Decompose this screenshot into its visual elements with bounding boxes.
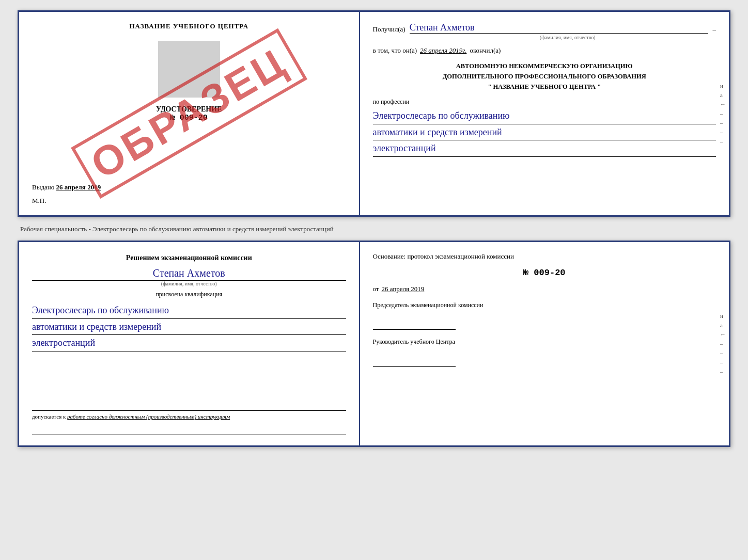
allowed-label: допускается к (32, 413, 66, 420)
basis-date-prefix: от (373, 285, 379, 293)
received-label: Получил(а) (373, 25, 406, 34)
qual-profession-section: Электрослесарь по обслуживанию автоматик… (32, 302, 346, 351)
profession-label: по профессии (373, 98, 716, 106)
qual-assigned: присвоена квалификация (32, 291, 346, 298)
cert-issued: Выдано 26 апреля 2019 (32, 178, 346, 191)
received-section: Получил(а) Степан Ахметов – (фамилия, им… (373, 22, 716, 40)
profession-line2: автоматики и средств измерений (373, 124, 716, 141)
right-edge-letters-bottom: и а ← – – – – (720, 313, 726, 375)
qual-profession1: Электрослесарь по обслуживанию (32, 302, 346, 319)
qual-heading: Решением экзаменационной комиссии (32, 252, 346, 263)
profession-line3: электростанций (373, 140, 716, 157)
fio-sublabel-top: (фамилия, имя, отчество) (419, 35, 716, 40)
qual-name: Степан Ахметов (32, 267, 346, 281)
in-that-date: 26 апреля 2019г. (420, 46, 466, 55)
org-line3: " НАЗВАНИЕ УЧЕБНОГО ЦЕНТРА " (373, 82, 716, 92)
issued-label: Выдано (32, 183, 54, 191)
cert-title-top: НАЗВАНИЕ УЧЕБНОГО ЦЕНТРА (32, 22, 346, 30)
cert-subtitle: УДОСТОВЕРЕНИЕ (32, 105, 346, 114)
qual-profession3: электростанций (32, 335, 346, 351)
basis-label: Основание: протокол экзаменационной коми… (373, 252, 716, 261)
basis-date: 26 апреля 2019 (382, 285, 425, 293)
cert-left: НАЗВАНИЕ УЧЕБНОГО ЦЕНТРА УДОСТОВЕРЕНИЕ №… (19, 12, 360, 215)
basis-number: № 009-20 (373, 268, 716, 278)
profession-line1: Электрослесарь по обслуживанию (373, 108, 716, 124)
chairman-section: Председатель экзаменационной комиссии (373, 300, 716, 330)
org-line2: ДОПОЛНИТЕЛЬНОГО ПРОФЕССИОНАЛЬНОГО ОБРАЗО… (373, 71, 716, 82)
chairman-label: Председатель экзаменационной комиссии (373, 300, 716, 310)
basis-date-section: от 26 апреля 2019 (373, 285, 716, 293)
cert-document: НАЗВАНИЕ УЧЕБНОГО ЦЕНТРА УДОСТОВЕРЕНИЕ №… (18, 10, 730, 217)
cert-mp: М.П. (32, 197, 346, 205)
org-line1: АВТОНОМНУЮ НЕКОММЕРЧЕСКУЮ ОРГАНИЗАЦИЮ (373, 61, 716, 71)
qual-left: Решением экзаменационной комиссии Степан… (19, 242, 360, 445)
document-container: НАЗВАНИЕ УЧЕБНОГО ЦЕНТРА УДОСТОВЕРЕНИЕ №… (18, 10, 730, 447)
allowed-value: работе согласно должностным (производств… (67, 413, 230, 420)
received-name: Степан Ахметов (410, 22, 709, 34)
org-text: АВТОНОМНУЮ НЕКОММЕРЧЕСКУЮ ОРГАНИЗАЦИЮ ДО… (373, 61, 716, 92)
leader-label: Руководитель учебного Центра (373, 337, 716, 347)
cert-number: № 009-20 (32, 114, 346, 122)
leader-section: Руководитель учебного Центра (373, 337, 716, 366)
profession-section: по профессии Электрослесарь по обслужива… (373, 98, 716, 157)
right-edge-letters-top: и а ← – – – – (720, 83, 726, 145)
separator-text: Рабочая специальность - Электрослесарь п… (18, 222, 730, 235)
qual-name-section: Степан Ахметов (фамилия, имя, отчество) (32, 267, 346, 286)
cert-right: Получил(а) Степан Ахметов – (фамилия, им… (360, 12, 729, 215)
photo-placeholder (158, 41, 220, 98)
qual-fio-sublabel: (фамилия, имя, отчество) (32, 281, 346, 286)
qual-allowed-section: допускается к работе согласно должностны… (32, 395, 346, 435)
in-that-label: в том, что он(а) (373, 46, 417, 55)
qual-document: Решением экзаменационной комиссии Степан… (18, 241, 730, 447)
in-that-section: в том, что он(а) 26 апреля 2019г. окончи… (373, 46, 716, 55)
qual-profession2: автоматики и средств измерений (32, 319, 346, 335)
finished-label: окончил(а) (470, 46, 501, 55)
issued-date: 26 апреля 2019 (56, 183, 101, 191)
qual-right: Основание: протокол экзаменационной коми… (360, 242, 729, 445)
